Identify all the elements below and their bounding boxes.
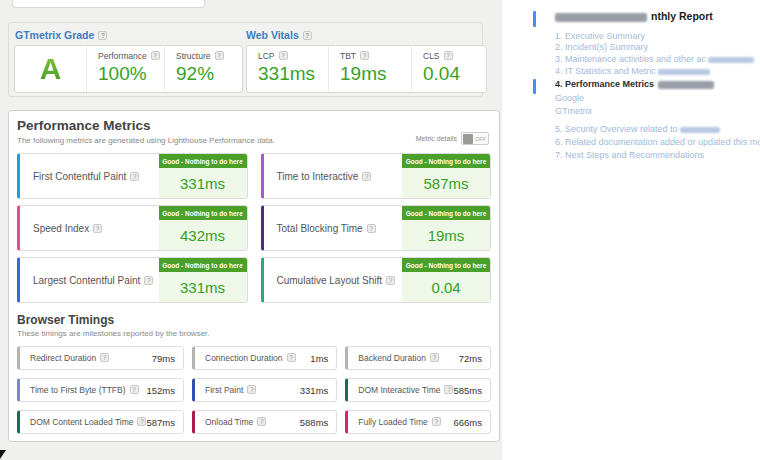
help-icon[interactable]: ? <box>144 276 153 285</box>
outline-item-it-statistics[interactable]: 4. IT Statistics and Metric <box>555 66 710 76</box>
metric-card-lcp: Largest Contentful Paint? Good - Nothing… <box>17 257 248 303</box>
structure-score-label: Structure <box>176 51 211 61</box>
help-icon[interactable]: ? <box>360 51 369 60</box>
timing-label: DOM Interactive Time <box>358 385 440 395</box>
metric-label: First Contentful Paint <box>33 171 126 182</box>
status-badge: Good - Nothing to do here <box>159 206 247 220</box>
redacted-text-block <box>680 127 720 133</box>
document-outline-pane: nthly Report 1. Executive Summary 2. Inc… <box>502 0 760 460</box>
outline-title-marker <box>533 11 536 27</box>
outline-item-gtmetrix[interactable]: GTmetrix <box>555 106 592 116</box>
timing-value: 585ms <box>453 385 482 396</box>
gtmetrix-report-pane: GTmetrix Grade? Web Vitals? A Performanc… <box>0 0 502 460</box>
cls-value: 0.04 <box>423 63 486 85</box>
help-icon[interactable]: ? <box>257 417 266 426</box>
timing-value: 79ms <box>152 353 175 364</box>
grade-letter-cell: A <box>15 46 87 92</box>
outline-item-incidents-summary[interactable]: 2. Incident(s) Summary <box>555 42 648 52</box>
help-icon[interactable]: ? <box>432 417 441 426</box>
performance-metrics-card: Performance Metrics The following metric… <box>8 110 500 442</box>
timing-card-first-paint: First Paint? 331ms <box>192 378 337 402</box>
metric-label: Cumulative Layout Shift <box>277 275 383 286</box>
outline-item-security-overview[interactable]: 5. Security Overview related to <box>555 124 720 134</box>
help-icon[interactable]: ? <box>247 385 256 394</box>
outline-item-next-steps[interactable]: 7. Next Steps and Recommendations <box>555 150 704 160</box>
help-icon[interactable]: ? <box>100 353 109 362</box>
help-icon[interactable]: ? <box>367 224 376 233</box>
mouse-cursor <box>0 450 6 459</box>
timing-card-dom-interactive: DOM Interactive Time? 585ms <box>345 378 491 402</box>
lcp-label: LCP <box>258 51 275 61</box>
help-icon[interactable]: ? <box>98 31 107 40</box>
timing-value: 587ms <box>146 417 175 428</box>
tbt-label: TBT <box>340 51 356 61</box>
vitals-section-title: Web Vitals <box>246 29 299 41</box>
help-icon[interactable]: ? <box>287 353 296 362</box>
outline-item-executive-summary[interactable]: 1. Executive Summary <box>555 31 645 41</box>
help-icon[interactable]: ? <box>215 51 224 60</box>
help-icon[interactable]: ? <box>444 385 453 394</box>
metric-label: Time to Interactive <box>277 171 359 182</box>
status-badge: Good - Nothing to do here <box>159 258 247 272</box>
metric-card-speed-index: Speed Index? Good - Nothing to do here43… <box>17 205 248 251</box>
performance-score-cell: Performance? 100% <box>87 46 165 92</box>
outline-active-marker <box>533 79 536 94</box>
performance-metrics-title: Performance Metrics <box>17 118 491 133</box>
summary-section: GTmetrix Grade? Web Vitals? A Performanc… <box>8 22 483 97</box>
metric-details-toggle-row: Metric details OFF <box>416 132 489 145</box>
status-badge: Good - Nothing to do here <box>402 206 490 220</box>
redacted-text-block <box>658 69 710 75</box>
outline-title: nthly Report <box>555 10 713 22</box>
help-icon[interactable]: ? <box>386 276 395 285</box>
metric-label: Speed Index <box>33 223 89 234</box>
help-icon[interactable]: ? <box>303 31 312 40</box>
timing-card-onload: Onload Time? 588ms <box>192 410 337 434</box>
vitals-section-label: Web Vitals? <box>246 29 312 41</box>
timing-card-dom-content-loaded: DOM Content Loaded Time? 587ms <box>17 410 184 434</box>
cropped-top-card <box>12 0 205 8</box>
help-icon[interactable]: ? <box>137 417 146 426</box>
cls-cell: CLS? 0.04 <box>412 46 486 92</box>
status-badge: Good - Nothing to do here <box>159 154 247 168</box>
metric-label: Largest Contentful Paint <box>33 275 140 286</box>
outline-item-maintenance[interactable]: 3. Maintenance activities and other ac <box>555 54 754 64</box>
tbt-value: 19ms <box>340 63 411 85</box>
metric-value: 0.04 <box>402 272 490 302</box>
timing-label: Onload Time <box>205 417 253 427</box>
metric-card-tbt: Total Blocking Time? Good - Nothing to d… <box>261 205 492 251</box>
outline-item-google[interactable]: Google <box>555 93 584 103</box>
help-icon[interactable]: ? <box>362 172 371 181</box>
timing-label: Connection Duration <box>205 353 283 363</box>
help-icon[interactable]: ? <box>151 51 160 60</box>
timing-label: DOM Content Loaded Time <box>30 417 133 427</box>
metric-card-fcp: First Contentful Paint? Good - Nothing t… <box>17 153 248 199</box>
timing-label: First Paint <box>205 385 243 395</box>
status-badge: Good - Nothing to do here <box>402 258 490 272</box>
timing-card-ttfb: Time to First Byte (TTFB)? 152ms <box>17 378 184 402</box>
metric-label: Total Blocking Time <box>277 223 363 234</box>
help-icon[interactable]: ? <box>279 51 288 60</box>
redacted-text-block <box>555 13 647 22</box>
help-icon[interactable]: ? <box>444 51 453 60</box>
timing-label: Redirect Duration <box>30 353 96 363</box>
help-icon[interactable]: ? <box>130 172 139 181</box>
outline-item-performance-metrics[interactable]: 4. Performance Metrics <box>555 79 714 89</box>
outline-item-related-documentation[interactable]: 6. Related documentation added or update… <box>555 137 760 147</box>
lcp-cell: LCP? 331ms <box>247 46 329 92</box>
metric-details-label: Metric details <box>416 135 457 142</box>
performance-score-label: Performance <box>98 51 147 61</box>
help-icon[interactable]: ? <box>93 224 102 233</box>
performance-score-value: 100% <box>98 63 164 85</box>
metric-details-toggle[interactable]: OFF <box>461 132 489 145</box>
timing-value: 588ms <box>300 417 329 428</box>
help-icon[interactable]: ? <box>130 385 139 394</box>
redacted-text-block <box>658 81 714 89</box>
timing-card-fully-loaded: Fully Loaded Time? 666ms <box>345 410 491 434</box>
metric-value: 331ms <box>159 168 247 198</box>
help-icon[interactable]: ? <box>430 353 439 362</box>
browser-timings-subtitle: These timings are milestones reported by… <box>17 329 491 338</box>
toggle-knob-icon <box>463 134 473 144</box>
screenshot-root: GTmetrix Grade? Web Vitals? A Performanc… <box>0 0 760 460</box>
timing-card-redirect: Redirect Duration? 79ms <box>17 346 184 370</box>
timing-label: Backend Duration <box>358 353 426 363</box>
